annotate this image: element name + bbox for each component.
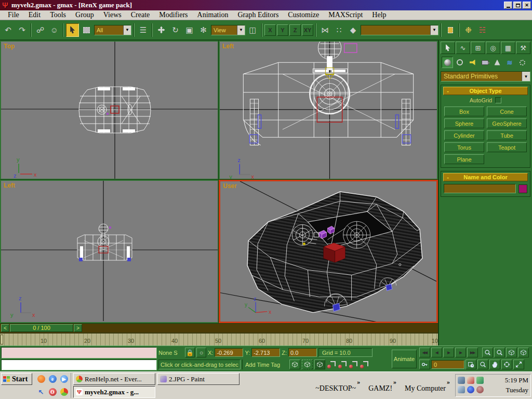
- name-color-rollout-header[interactable]: - Name and Color: [443, 173, 528, 181]
- volume-icon[interactable]: [458, 377, 465, 384]
- task-paint[interactable]: 2.JPG - Paint: [157, 373, 240, 385]
- next-frame-arrow[interactable]: >: [74, 324, 82, 332]
- tab-create[interactable]: [441, 42, 455, 54]
- chevron-icon[interactable]: »: [447, 378, 450, 386]
- select-object-button[interactable]: [66, 23, 79, 37]
- animate-button[interactable]: Animate: [392, 350, 417, 368]
- layer-manager-icon[interactable]: [444, 23, 457, 37]
- region-zoom-icon[interactable]: [477, 360, 488, 369]
- systems-icon[interactable]: [516, 57, 528, 68]
- schematic-view-icon[interactable]: ☵: [476, 23, 489, 37]
- play-button[interactable]: ▶: [443, 348, 454, 357]
- menu-help[interactable]: Help: [367, 11, 391, 19]
- viewport-left-bottom[interactable]: Left: [0, 180, 219, 323]
- viewport-user[interactable]: User: [219, 180, 438, 323]
- firefox-icon[interactable]: [37, 375, 45, 383]
- snap-toggle-icon[interactable]: [289, 360, 300, 369]
- x-coordinate-field[interactable]: -0.269: [215, 348, 243, 357]
- menu-create[interactable]: Create: [126, 11, 155, 19]
- helpers-icon[interactable]: [491, 57, 503, 68]
- named-selection-sets-dropdown[interactable]: ▼: [361, 25, 438, 35]
- rectangular-selection-region-button[interactable]: [80, 23, 93, 37]
- select-and-rotate-button[interactable]: ↻: [169, 23, 182, 37]
- redo-button[interactable]: ↷: [16, 23, 29, 37]
- media-player-icon[interactable]: ▶: [60, 375, 68, 383]
- tab-motion[interactable]: ◎: [486, 42, 500, 54]
- select-and-move-button[interactable]: [155, 23, 168, 37]
- undo-button[interactable]: ↶: [2, 23, 15, 37]
- tab-hierarchy[interactable]: ⊞: [471, 42, 485, 54]
- previous-frame-arrow[interactable]: <: [1, 324, 9, 332]
- close-button[interactable]: ✕: [523, 2, 531, 9]
- select-and-scale-button[interactable]: ▣: [183, 23, 196, 37]
- sphere-button[interactable]: Sphere: [444, 118, 484, 128]
- teapot-button[interactable]: Teapot: [487, 142, 527, 152]
- space-warps-icon[interactable]: ≋: [504, 57, 515, 68]
- primitive-category-dropdown[interactable]: Standard Primitives ▼: [441, 71, 530, 82]
- time-slider[interactable]: 0 / 100: [10, 324, 73, 332]
- snap-settings-icon[interactable]: [360, 360, 369, 369]
- track-bar[interactable]: 10 20 30 40 50 60 70 80 90 100: [0, 332, 438, 345]
- desktop-toolbar[interactable]: ~DESKTOP~ »: [312, 378, 363, 393]
- internet-explorer-icon[interactable]: e: [49, 375, 57, 383]
- plane-button[interactable]: Plane: [444, 154, 484, 164]
- zoom-all-icon[interactable]: [494, 348, 505, 357]
- restrict-z-button[interactable]: Z: [289, 24, 301, 36]
- arc-rotate-icon[interactable]: [501, 360, 512, 369]
- messenger-icon[interactable]: [476, 377, 484, 384]
- menu-modifiers[interactable]: Modifiers: [154, 11, 192, 19]
- menu-animation[interactable]: Animation: [193, 11, 233, 19]
- min-max-toggle-icon[interactable]: [513, 360, 524, 369]
- select-and-manipulate-button[interactable]: ✻: [197, 23, 210, 37]
- unlink-selection-icon[interactable]: ☺: [48, 23, 61, 37]
- y-coordinate-field[interactable]: -2.713: [251, 348, 280, 357]
- viewport-top[interactable]: Top: [0, 41, 219, 180]
- object-color-swatch[interactable]: [518, 184, 527, 193]
- time-configuration-icon[interactable]: [466, 360, 476, 369]
- z-coordinate-field[interactable]: 0.0: [288, 348, 317, 357]
- angle-snap-icon[interactable]: [327, 360, 336, 369]
- chevron-icon[interactable]: »: [393, 378, 396, 386]
- cameras-icon[interactable]: [479, 57, 490, 68]
- selection-filter-dropdown[interactable]: All ▼: [94, 25, 131, 35]
- tab-display[interactable]: ▦: [501, 42, 515, 54]
- autogrid-checkbox[interactable]: [495, 97, 501, 103]
- menu-edit[interactable]: Edit: [24, 11, 45, 19]
- add-time-tag[interactable]: Add Time Tag: [242, 360, 288, 369]
- shapes-icon[interactable]: [454, 57, 466, 68]
- zoom-extents-icon[interactable]: [506, 348, 517, 357]
- maxscript-listener-pane[interactable]: [1, 360, 157, 371]
- spinner-snap-icon[interactable]: [349, 360, 358, 369]
- cursor-tool-icon[interactable]: ↖: [37, 388, 45, 396]
- cone-button[interactable]: Cone: [487, 107, 527, 116]
- menu-tools[interactable]: Tools: [45, 11, 71, 19]
- go-to-start-button[interactable]: ◀◀: [419, 348, 430, 357]
- mirror-button[interactable]: ⋈: [318, 23, 331, 37]
- restrict-x-button[interactable]: X: [264, 24, 276, 36]
- snap-3d-icon[interactable]: [314, 360, 325, 369]
- tube-button[interactable]: Tube: [487, 130, 527, 140]
- current-frame-field[interactable]: 0: [431, 360, 464, 369]
- menu-customize[interactable]: Customize: [283, 11, 324, 19]
- restore-button[interactable]: [513, 2, 522, 9]
- taskbar-clock[interactable]: 5:19 PM Tuesday: [487, 376, 528, 395]
- reference-coordinate-system-dropdown[interactable]: View ▼: [211, 25, 245, 35]
- gmax-app-icon[interactable]: Ψ: [1, 1, 9, 9]
- select-and-link-icon[interactable]: ☍: [34, 23, 47, 37]
- object-type-rollout-header[interactable]: - Object Type: [443, 87, 528, 95]
- cylinder-button[interactable]: Cylinder: [444, 130, 484, 140]
- chrome-icon[interactable]: [60, 388, 68, 396]
- task-renhelp[interactable]: RenHelp.net - Ever...: [73, 373, 155, 385]
- previous-frame-button[interactable]: ◀: [431, 348, 442, 357]
- next-frame-button[interactable]: ▶: [455, 348, 466, 357]
- minimize-button[interactable]: [504, 2, 512, 9]
- track-bar-handle[interactable]: [1, 335, 3, 344]
- display-icon[interactable]: [458, 386, 465, 393]
- menu-graph-editors[interactable]: Graph Editors: [233, 11, 283, 19]
- pan-icon[interactable]: [489, 360, 500, 369]
- torus-button[interactable]: Torus: [444, 142, 484, 152]
- macro-recorder-pane[interactable]: [1, 347, 157, 358]
- geosphere-button[interactable]: GeoSphere: [487, 118, 527, 128]
- tab-utilities[interactable]: ⚒: [516, 42, 530, 54]
- restrict-xy-plane-button[interactable]: XY: [302, 24, 313, 36]
